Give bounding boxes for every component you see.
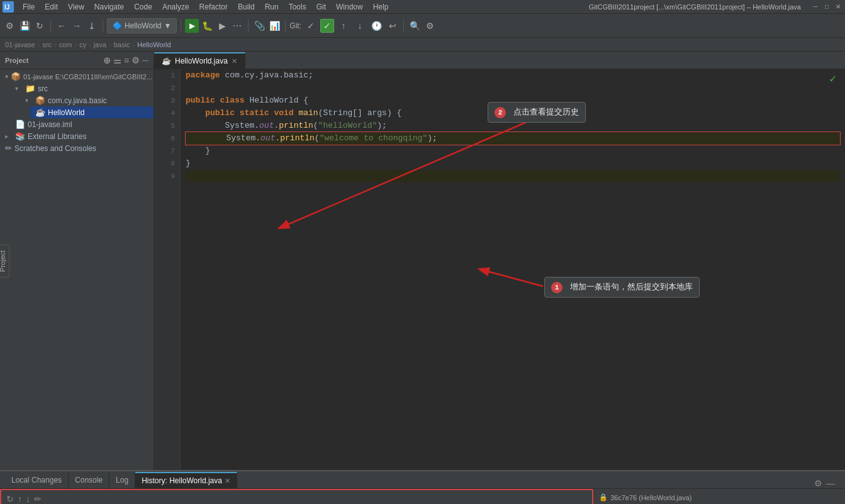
line-num-5: 5: [159, 120, 175, 132]
minimize-button[interactable]: ─: [811, 3, 820, 11]
git-commit-btn[interactable]: ✓: [304, 19, 318, 33]
git-label: Git:: [289, 21, 301, 30]
sidebar-header-icons: ⊕ ⚌ ≡ ⚙ ─: [103, 55, 148, 65]
breadcrumb-item-3[interactable]: cy: [79, 41, 86, 48]
code-line-7: }: [186, 145, 840, 157]
debug-button[interactable]: 🐛: [200, 19, 214, 33]
out1: out: [259, 120, 274, 132]
toolbar-sync-btn[interactable]: ↻: [33, 19, 47, 33]
menu-run[interactable]: Run: [260, 1, 284, 13]
dropdown-arrow-icon: ▼: [164, 21, 171, 30]
edit-commit-icon[interactable]: ✏: [34, 494, 42, 504]
toolbar-forward-btn[interactable]: →: [70, 19, 84, 33]
menu-build[interactable]: Build: [233, 1, 260, 13]
kw-class: class: [220, 94, 250, 107]
minimize-panel-icon[interactable]: ─: [142, 55, 148, 65]
breadcrumb-item-4[interactable]: java: [94, 41, 106, 48]
run-config-label: HelloWorld: [125, 21, 161, 30]
git-history-btn[interactable]: 🕐: [369, 19, 383, 33]
toolbar-settings-btn[interactable]: ⚙: [3, 19, 16, 33]
settings-icon[interactable]: ⚙: [132, 55, 140, 65]
line-num-4: ▶ 4: [159, 107, 175, 120]
toolbar-search-btn[interactable]: 🔍: [408, 19, 422, 33]
toolbar-more-run[interactable]: ⋯: [230, 19, 244, 33]
menu-window[interactable]: Window: [331, 1, 368, 13]
menu-help[interactable]: Help: [368, 1, 394, 13]
menu-tools[interactable]: Tools: [284, 1, 311, 13]
sidebar-item-src[interactable]: ▾ 📁 src: [10, 82, 154, 94]
bottom-tab-local-changes[interactable]: Local Changes: [5, 472, 69, 488]
run-button[interactable]: ▶: [185, 19, 199, 33]
sidebar-item-package[interactable]: ▾ 📦 com.cy.java.basic: [20, 94, 154, 106]
tab-close-icon[interactable]: ✕: [232, 57, 237, 65]
bottom-minimize-icon[interactable]: —: [826, 478, 835, 488]
menu-view[interactable]: View: [63, 1, 89, 13]
bottom-tab-log[interactable]: Log: [109, 472, 135, 488]
sidebar-item-helloworld[interactable]: ☕ HelloWorld: [30, 106, 154, 118]
coverage-button[interactable]: ▶: [215, 19, 229, 33]
toolbar-attach-btn[interactable]: 📎: [252, 19, 266, 33]
breadcrumb-item-5[interactable]: basic: [114, 41, 130, 48]
sidebar-item-iml[interactable]: 📄 01-javase.iml: [10, 118, 154, 130]
bottom-tab-history[interactable]: History: HelloWorld.java ✕: [135, 472, 237, 488]
align-icon[interactable]: ⚌: [113, 55, 121, 65]
close-brace2: }: [186, 157, 191, 170]
separator-2: [103, 20, 103, 32]
menu-file[interactable]: File: [18, 1, 40, 13]
editor-tab-helloworld[interactable]: ☕ HelloWorld.java ✕: [154, 52, 245, 69]
toolbar-profiler-btn[interactable]: 📊: [267, 19, 281, 33]
toolbar-settings2-btn[interactable]: ⚙: [423, 19, 437, 33]
run-config-dropdown[interactable]: 🔷 HelloWorld ▼: [107, 18, 177, 33]
commit-list-toolbar: ↻ ↑ ↓ ✏: [1, 490, 592, 504]
git-push-btn[interactable]: ↑: [337, 19, 350, 33]
history-tab-close-icon[interactable]: ✕: [225, 477, 230, 485]
menu-git[interactable]: Git: [311, 1, 331, 13]
bottom-tabs: Local Changes Console Log History: Hello…: [0, 471, 845, 489]
maximize-button[interactable]: □: [822, 3, 831, 11]
breadcrumb-item-6[interactable]: HelloWorld: [137, 41, 171, 48]
toolbar-back-btn[interactable]: ←: [55, 19, 69, 33]
bottom-settings-icon[interactable]: ⚙: [814, 478, 822, 488]
line-num-8: 8: [159, 157, 175, 170]
refresh-icon[interactable]: ↻: [6, 494, 14, 504]
menu-analyze[interactable]: Analyze: [157, 1, 194, 13]
breadcrumb-item-2[interactable]: com: [59, 41, 72, 48]
sep0: ›: [38, 41, 40, 48]
toolbar-recent-btn[interactable]: ⤓: [85, 19, 99, 33]
paren1-close: );: [377, 120, 387, 132]
breadcrumb-item-1[interactable]: src: [42, 41, 52, 48]
code-line-8: }: [186, 157, 840, 170]
sidebar-header: Project ⊕ ⚌ ≡ ⚙ ─: [0, 52, 154, 69]
sidebar-item-scratches[interactable]: ✏ Scratches and Consoles: [0, 142, 154, 154]
project-tab-label[interactable]: Project: [0, 244, 9, 277]
diff-commit-hash: 36c7e76 (HelloWorld.java): [610, 494, 691, 501]
module-icon: 📦: [11, 72, 21, 81]
breadcrumb-item-0[interactable]: 01-javase: [5, 41, 35, 48]
git-check-history-btn[interactable]: ✓: [320, 19, 334, 33]
sidebar-item-project-root[interactable]: ▾ 📦 01-javase E:\CGB2011III\xm\GitCGBIII…: [0, 70, 154, 82]
add-icon[interactable]: ⊕: [103, 55, 111, 65]
close-button[interactable]: ✕: [834, 3, 842, 11]
menu-refactor[interactable]: Refactor: [194, 1, 233, 13]
expand-arrow-src-icon: ▾: [15, 85, 23, 92]
menu-edit[interactable]: Edit: [40, 1, 63, 13]
git-undo-btn[interactable]: ↩: [386, 19, 400, 33]
git-pull-btn[interactable]: ↓: [353, 19, 367, 33]
collapse-icon[interactable]: ≡: [124, 55, 129, 65]
print2: .: [275, 132, 280, 145]
bottom-content: ↻ ↑ ↓ ✏ 淡若清风 A minute ago create HelloWo…: [0, 489, 845, 504]
sidebar-item-ext-libs[interactable]: ▸ 📚 External Libraries: [0, 130, 154, 142]
bottom-tab-console[interactable]: Console: [69, 472, 109, 488]
java-tab-icon: ☕: [162, 57, 171, 65]
menu-navigate[interactable]: Navigate: [89, 1, 129, 13]
console-label: Console: [75, 476, 103, 484]
menu-code[interactable]: Code: [129, 1, 157, 13]
toolbar-save-btn[interactable]: 💾: [18, 19, 31, 33]
annotation-2-num: 2: [495, 107, 506, 118]
commit-down-icon[interactable]: ↓: [26, 494, 30, 504]
out2: out: [260, 132, 275, 145]
commit-up-icon[interactable]: ↑: [18, 494, 22, 504]
code-area[interactable]: package com.cy.java.basic; public class …: [181, 69, 845, 470]
package-name: com.cy.java.basic;: [225, 69, 313, 82]
src-label: src: [38, 84, 48, 93]
